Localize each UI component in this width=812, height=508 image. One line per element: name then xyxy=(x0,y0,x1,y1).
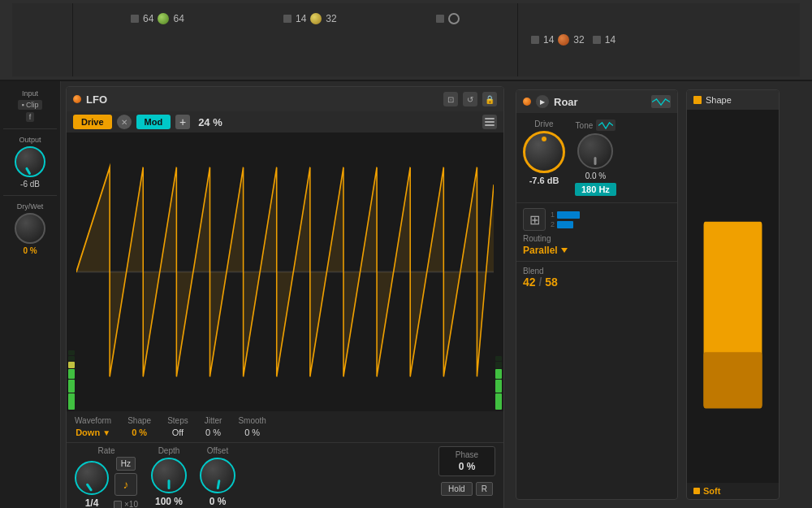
track-sq xyxy=(531,36,539,44)
roar-drive-knob[interactable] xyxy=(523,131,565,173)
phase-label: Phase xyxy=(446,450,488,459)
hz-label: Hz xyxy=(121,459,131,468)
waveform-label: Waveform xyxy=(75,416,111,425)
output-knob[interactable] xyxy=(15,146,45,177)
lfo-panel-header: LFO ⊡ ↺ 🔒 xyxy=(67,87,503,111)
track-num6: 32 xyxy=(573,34,584,46)
note-display[interactable]: ♪ xyxy=(114,473,137,496)
routing-label: Routing xyxy=(523,234,568,243)
track-num2: 64 xyxy=(173,13,184,24)
offset-group: Offset 0 % xyxy=(200,446,235,507)
offset-knob[interactable] xyxy=(200,458,235,493)
track-sq xyxy=(436,15,444,23)
rate-group: Rate 1/4 Hz xyxy=(75,446,138,508)
drywet-value: 0 % xyxy=(23,246,37,255)
blend-2: 58 xyxy=(545,276,558,289)
x-button[interactable]: ✕ xyxy=(117,115,132,129)
track-dot-empty xyxy=(448,13,460,24)
bar-row-1: 1 xyxy=(551,211,580,219)
jitter-label: Jitter xyxy=(205,416,222,425)
rate-value: 1/4 xyxy=(85,497,99,508)
bar-row-2: 2 xyxy=(551,220,580,228)
shape-label: Shape xyxy=(127,416,151,425)
track-cell-5[interactable]: 14 xyxy=(593,34,615,46)
routing-value-text: Parallel xyxy=(523,245,558,256)
phase-group: Phase 0 % Hold R xyxy=(438,446,495,496)
hold-r-row: Hold R xyxy=(441,482,493,496)
track-num7: 14 xyxy=(605,34,615,46)
plus-button[interactable]: + xyxy=(175,115,190,129)
blend-label: Blend xyxy=(523,267,671,276)
clip-badge: ▪ Clip xyxy=(18,100,41,110)
hold-button[interactable]: Hold xyxy=(441,482,473,496)
roar-hz-value[interactable]: 180 Hz xyxy=(575,183,616,196)
shape-panel: Shape Soft xyxy=(686,89,780,500)
roar-power-dot[interactable] xyxy=(523,98,531,106)
vu-right xyxy=(494,132,503,411)
routing-value[interactable]: Parallel xyxy=(523,245,568,256)
rate-knob[interactable] xyxy=(75,461,109,495)
steps-label: Steps xyxy=(167,416,188,425)
roar-drive-group: Drive -7.6 dB xyxy=(523,119,565,185)
x10-checkbox[interactable] xyxy=(114,501,122,509)
drywet-label: Dry/Wet xyxy=(17,202,43,211)
track-cell-2[interactable]: 14 32 xyxy=(283,13,337,24)
waveform-display[interactable] xyxy=(76,132,494,411)
smooth-group: Smooth 0 % xyxy=(238,416,266,437)
track-cell-1[interactable]: 64 64 xyxy=(131,13,184,24)
shape-value: Soft xyxy=(703,486,720,496)
bottom-controls: Rate 1/4 Hz xyxy=(67,442,503,508)
track-sq xyxy=(131,15,139,23)
lfo-title: LFO xyxy=(86,93,438,106)
lfo-icon-3[interactable]: 🔒 xyxy=(482,92,497,106)
phase-box: Phase 0 % xyxy=(438,446,495,476)
steps-value: Off xyxy=(172,428,184,437)
drive-button[interactable]: Drive xyxy=(73,115,112,129)
percent-value: 24 % xyxy=(198,116,477,128)
bar-num-1: 1 xyxy=(551,211,555,219)
waveform-arrow[interactable]: ▼ xyxy=(102,428,110,437)
note-icon: ♪ xyxy=(123,478,128,491)
smooth-label: Smooth xyxy=(238,416,266,425)
rate-label: Rate xyxy=(97,446,114,455)
shape-footer: Soft xyxy=(687,483,779,499)
vu-left xyxy=(67,132,76,411)
drywet-knob[interactable] xyxy=(15,213,45,244)
routing-dropdown-arrow[interactable] xyxy=(561,248,568,253)
track-cell-3[interactable] xyxy=(436,13,460,24)
shape-header-label: Shape xyxy=(706,95,732,105)
roar-tone-group: Tone 0.0 % 180 Hz xyxy=(575,119,616,196)
lfo-icon-1[interactable]: ⊡ xyxy=(443,92,458,106)
mod-button[interactable]: Mod xyxy=(136,115,171,129)
jitter-group: Jitter 0 % xyxy=(205,416,222,437)
steps-group: Steps Off xyxy=(167,416,188,437)
lfo-power-dot[interactable] xyxy=(73,95,81,103)
roar-tone-knob[interactable] xyxy=(577,133,613,169)
bar-fill-1 xyxy=(557,211,580,219)
shape-header-sq xyxy=(693,96,702,104)
phase-value: 0 % xyxy=(446,461,488,472)
drive-tone-row: Drive -7.6 dB Tone xyxy=(523,119,671,196)
track-num3: 14 xyxy=(296,13,306,24)
tone-wave-icon[interactable] xyxy=(596,119,615,131)
r-button[interactable]: R xyxy=(476,482,493,496)
hz-badge[interactable]: Hz xyxy=(116,457,136,471)
waveform-group: Waveform Down ▼ xyxy=(75,416,111,437)
shape-header: Shape xyxy=(687,90,779,110)
blend-section: Blend 42 / 58 xyxy=(516,261,677,293)
waveform-value: Down xyxy=(76,428,100,437)
x10-label: ×10 xyxy=(124,500,138,508)
lfo-icon-2[interactable]: ↺ xyxy=(463,92,477,106)
mod-bar: Drive ✕ Mod + 24 % xyxy=(67,111,503,132)
svg-rect-2 xyxy=(704,352,762,408)
depth-group: Depth 100 % xyxy=(151,446,187,507)
shape-display[interactable] xyxy=(687,110,779,483)
track-sq xyxy=(283,15,292,23)
roar-tone-value: 0.0 % xyxy=(585,172,607,180)
roar-play-button[interactable]: ▶ xyxy=(536,95,549,108)
x10-row: ×10 xyxy=(114,500,138,508)
right-panels: ▶ Roar Drive xyxy=(509,81,786,508)
depth-knob[interactable] xyxy=(151,458,187,493)
track-cell-4[interactable]: 14 32 xyxy=(531,34,585,46)
list-icon[interactable] xyxy=(482,115,497,129)
